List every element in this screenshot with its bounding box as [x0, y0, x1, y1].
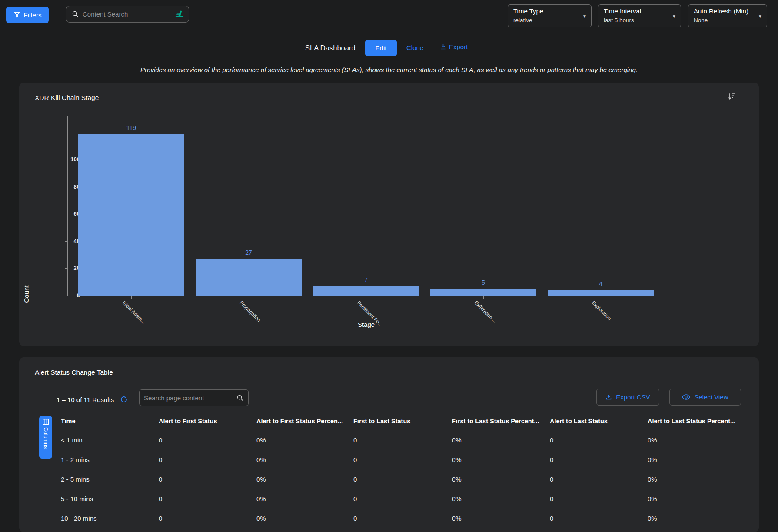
table-row[interactable]: 10 - 20 mins00%00%00% [57, 509, 759, 528]
table-row[interactable]: 5 - 10 mins00%00%00% [57, 489, 759, 509]
table-row[interactable]: < 1 min00%00%00% [57, 430, 759, 450]
column-header[interactable]: Alert to Last Status [550, 418, 648, 425]
xdr-kill-chain-panel: XDR Kill Chain Stage Count Stage 0204060… [19, 83, 759, 346]
table-cell: 5 - 10 mins [61, 495, 159, 502]
table-cell: 0% [648, 456, 759, 463]
y-tick-mark [65, 241, 67, 242]
export-csv-label: Export CSV [616, 393, 650, 401]
search-icon [72, 10, 79, 18]
filters-button[interactable]: Filters [6, 7, 49, 23]
x-axis-title: Stage [67, 321, 665, 328]
table-cell: 0 [550, 456, 648, 463]
column-header[interactable]: Alert to First Status Percen... [256, 418, 353, 425]
bar-value-label: 7 [313, 276, 419, 283]
chevron-down-icon: ▼ [758, 13, 762, 18]
table-cell: 0% [648, 436, 759, 444]
table-cell: 0% [256, 475, 353, 483]
column-header[interactable]: Alert to First Status [159, 418, 256, 425]
table-cell: 0% [256, 515, 353, 522]
table-row[interactable]: 1 - 2 mins00%00%00% [57, 450, 759, 469]
column-header[interactable]: First to Last Status [353, 418, 452, 425]
y-tick-label: 20 [45, 265, 80, 271]
column-header[interactable]: Time [61, 418, 159, 425]
chevron-down-icon: ▼ [672, 13, 676, 18]
column-header[interactable]: First to Last Status Percent... [452, 418, 550, 425]
alert-status-table: TimeAlert to First StatusAlert to First … [57, 412, 759, 528]
auto-refresh-dropdown[interactable]: Auto Refresh (Min) None ▼ [688, 4, 767, 27]
x-tick-mark [483, 296, 484, 299]
auto-refresh-value: None [694, 17, 755, 23]
table-cell: 0% [452, 475, 550, 483]
columns-label: Columns [43, 427, 49, 449]
x-tick-mark [366, 296, 366, 299]
content-search-input[interactable] [83, 10, 172, 18]
table-title: Alert Status Change Table [35, 369, 113, 376]
time-type-value: relative [513, 17, 579, 23]
table-cell: 0 [353, 515, 452, 522]
y-tick-mark [65, 296, 67, 296]
chevron-down-icon: ▼ [582, 13, 587, 18]
table-cell: 0% [452, 456, 550, 463]
y-tick-mark [65, 160, 67, 160]
y-tick-mark [65, 214, 67, 214]
download-icon [605, 394, 612, 400]
x-tick-mark [601, 296, 601, 299]
y-tick-label: 80 [45, 183, 80, 190]
export-csv-button[interactable]: Export CSV [596, 389, 659, 406]
export-link[interactable]: Export [440, 43, 468, 50]
filters-label: Filters [24, 11, 42, 19]
table-cell: 0 [353, 436, 452, 444]
table-cell: 0% [452, 495, 550, 502]
bar-1[interactable] [196, 259, 302, 296]
y-tick-label: 40 [45, 238, 80, 244]
clone-link[interactable]: Clone [406, 44, 423, 51]
page-content-search-input[interactable] [144, 394, 233, 402]
table-cell: 0 [550, 436, 648, 444]
table-cell: 1 - 2 mins [61, 456, 159, 463]
content-search-box[interactable]: ℲL [66, 6, 189, 23]
time-type-label: Time Type [513, 7, 579, 15]
table-cell: 0 [159, 515, 256, 522]
table-cell: 0 [159, 495, 256, 502]
results-count: 1 – 10 of 11 Results [57, 396, 114, 403]
select-view-button[interactable]: Select View [669, 389, 741, 406]
page-content-search-box[interactable] [139, 389, 249, 406]
table-cell: 0% [452, 436, 550, 444]
bar-3[interactable] [430, 289, 536, 296]
table-header-row: TimeAlert to First StatusAlert to First … [57, 412, 759, 430]
column-header[interactable]: Alert to Last Status Percent... [648, 418, 759, 425]
export-label: Export [449, 43, 468, 50]
y-tick-mark [65, 187, 67, 187]
table-cell: 0 [550, 495, 648, 502]
table-cell: 2 - 5 mins [61, 475, 159, 483]
table-cell: 0 [353, 475, 452, 483]
time-interval-dropdown[interactable]: Time Interval last 5 hours ▼ [598, 4, 681, 27]
table-cell: 0 [353, 495, 452, 502]
select-view-label: Select View [694, 393, 728, 401]
table-cell: 0% [256, 495, 353, 502]
table-cell: 0% [256, 456, 353, 463]
columns-icon [43, 419, 49, 425]
refresh-icon[interactable] [120, 396, 128, 403]
table-cell: 0 [353, 456, 452, 463]
page-title: SLA Dashboard [305, 44, 356, 52]
x-category-label: Propagation [239, 300, 262, 323]
bar-value-label: 27 [196, 249, 302, 256]
bar-4[interactable] [548, 290, 654, 296]
bar-0[interactable] [78, 134, 184, 296]
y-tick-mark [65, 268, 67, 269]
columns-toggle-button[interactable]: Columns [39, 416, 52, 459]
table-cell: 0% [648, 515, 759, 522]
bar-chart: Count Stage 020406080100119Initial Attem… [19, 83, 759, 346]
table-cell: 0 [550, 475, 648, 483]
edit-button[interactable]: Edit [365, 40, 397, 56]
bar-value-label: 4 [548, 280, 654, 287]
bar-2[interactable] [313, 286, 419, 296]
time-type-dropdown[interactable]: Time Type relative ▼ [508, 4, 592, 27]
table-row[interactable]: 2 - 5 mins00%00%00% [57, 469, 759, 489]
table-cell: 0 [159, 456, 256, 463]
stellar-logo-icon: ℲL [175, 9, 184, 19]
table-cell: 0% [452, 515, 550, 522]
y-tick-label: 60 [45, 210, 80, 217]
x-tick-mark [131, 296, 132, 299]
